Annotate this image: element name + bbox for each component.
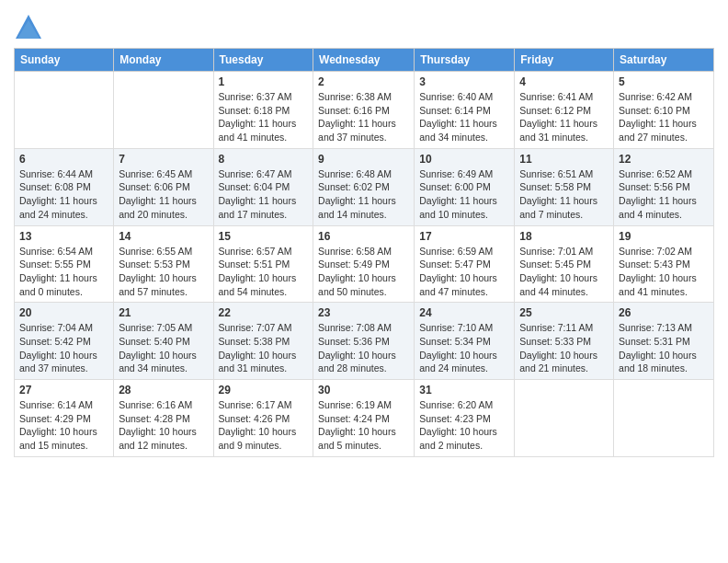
calendar-cell: 21Sunrise: 7:05 AM Sunset: 5:40 PM Dayli… [114, 303, 213, 380]
calendar-cell: 9Sunrise: 6:48 AM Sunset: 6:02 PM Daylig… [313, 148, 415, 225]
calendar-cell: 19Sunrise: 7:02 AM Sunset: 5:43 PM Dayli… [614, 225, 714, 303]
weekday-header-thursday: Thursday [415, 49, 515, 72]
day-number: 9 [318, 153, 409, 166]
calendar-week-row: 6Sunrise: 6:44 AM Sunset: 6:08 PM Daylig… [15, 148, 714, 225]
day-info: Sunrise: 6:55 AM Sunset: 5:53 PM Dayligh… [119, 245, 208, 299]
day-info: Sunrise: 7:01 AM Sunset: 5:45 PM Dayligh… [519, 245, 609, 299]
calendar-cell: 27Sunrise: 6:14 AM Sunset: 4:29 PM Dayli… [15, 380, 114, 457]
calendar-week-row: 13Sunrise: 6:54 AM Sunset: 5:55 PM Dayli… [15, 225, 714, 303]
day-info: Sunrise: 6:38 AM Sunset: 6:16 PM Dayligh… [318, 90, 409, 144]
day-info: Sunrise: 6:42 AM Sunset: 6:10 PM Dayligh… [619, 90, 709, 144]
day-number: 18 [519, 230, 609, 243]
day-info: Sunrise: 7:05 AM Sunset: 5:40 PM Dayligh… [119, 321, 208, 375]
day-info: Sunrise: 7:07 AM Sunset: 5:38 PM Dayligh… [219, 321, 309, 375]
calendar-cell: 24Sunrise: 7:10 AM Sunset: 5:34 PM Dayli… [415, 303, 515, 380]
day-number: 28 [119, 384, 208, 396]
day-number: 31 [419, 384, 509, 396]
day-number: 15 [219, 230, 309, 243]
day-info: Sunrise: 6:19 AM Sunset: 4:24 PM Dayligh… [318, 398, 409, 453]
day-info: Sunrise: 6:16 AM Sunset: 4:28 PM Dayligh… [119, 398, 208, 453]
calendar-week-row: 27Sunrise: 6:14 AM Sunset: 4:29 PM Dayli… [15, 380, 714, 457]
day-info: Sunrise: 6:37 AM Sunset: 6:18 PM Dayligh… [219, 90, 309, 144]
calendar-cell: 16Sunrise: 6:58 AM Sunset: 5:49 PM Dayli… [313, 225, 415, 303]
day-info: Sunrise: 7:08 AM Sunset: 5:36 PM Dayligh… [318, 321, 409, 375]
day-number: 25 [519, 306, 609, 319]
day-number: 21 [119, 306, 208, 319]
weekday-header-saturday: Saturday [614, 49, 714, 72]
calendar-cell: 2Sunrise: 6:38 AM Sunset: 6:16 PM Daylig… [313, 72, 415, 149]
day-info: Sunrise: 7:02 AM Sunset: 5:43 PM Dayligh… [619, 245, 709, 299]
day-number: 22 [219, 306, 309, 319]
day-info: Sunrise: 6:17 AM Sunset: 4:26 PM Dayligh… [219, 398, 309, 453]
day-info: Sunrise: 7:04 AM Sunset: 5:42 PM Dayligh… [19, 321, 108, 375]
day-number: 8 [219, 153, 309, 166]
day-number: 6 [19, 153, 108, 166]
calendar-cell [515, 380, 614, 457]
day-info: Sunrise: 6:58 AM Sunset: 5:49 PM Dayligh… [318, 245, 409, 299]
day-number: 11 [519, 153, 609, 166]
day-info: Sunrise: 6:14 AM Sunset: 4:29 PM Dayligh… [19, 398, 108, 453]
day-info: Sunrise: 6:41 AM Sunset: 6:12 PM Dayligh… [519, 90, 609, 144]
day-number: 5 [619, 75, 709, 88]
day-info: Sunrise: 6:57 AM Sunset: 5:51 PM Dayligh… [219, 245, 309, 299]
calendar-cell: 7Sunrise: 6:45 AM Sunset: 6:06 PM Daylig… [114, 148, 213, 225]
calendar-table: SundayMondayTuesdayWednesdayThursdayFrid… [14, 48, 714, 457]
day-number: 4 [519, 75, 609, 88]
calendar-cell: 31Sunrise: 6:20 AM Sunset: 4:23 PM Dayli… [415, 380, 515, 457]
calendar-cell: 8Sunrise: 6:47 AM Sunset: 6:04 PM Daylig… [213, 148, 313, 225]
calendar-cell: 30Sunrise: 6:19 AM Sunset: 4:24 PM Dayli… [313, 380, 415, 457]
calendar-cell: 20Sunrise: 7:04 AM Sunset: 5:42 PM Dayli… [15, 303, 114, 380]
calendar-cell: 10Sunrise: 6:49 AM Sunset: 6:00 PM Dayli… [415, 148, 515, 225]
calendar-cell: 25Sunrise: 7:11 AM Sunset: 5:33 PM Dayli… [515, 303, 614, 380]
day-info: Sunrise: 6:52 AM Sunset: 5:56 PM Dayligh… [619, 167, 709, 222]
day-number: 24 [419, 306, 509, 319]
calendar-cell: 22Sunrise: 7:07 AM Sunset: 5:38 PM Dayli… [213, 303, 313, 380]
weekday-header-sunday: Sunday [15, 49, 114, 72]
calendar-week-row: 20Sunrise: 7:04 AM Sunset: 5:42 PM Dayli… [15, 303, 714, 380]
page-header [14, 9, 714, 42]
day-number: 7 [119, 153, 208, 166]
day-number: 16 [318, 230, 409, 243]
day-number: 12 [619, 153, 709, 166]
calendar-cell [614, 380, 714, 457]
calendar-cell: 29Sunrise: 6:17 AM Sunset: 4:26 PM Dayli… [213, 380, 313, 457]
day-info: Sunrise: 6:45 AM Sunset: 6:06 PM Dayligh… [119, 167, 208, 222]
weekday-header-wednesday: Wednesday [313, 49, 415, 72]
calendar-cell: 6Sunrise: 6:44 AM Sunset: 6:08 PM Daylig… [15, 148, 114, 225]
day-number: 14 [119, 230, 208, 243]
day-info: Sunrise: 6:40 AM Sunset: 6:14 PM Dayligh… [419, 90, 509, 144]
calendar-cell: 4Sunrise: 6:41 AM Sunset: 6:12 PM Daylig… [515, 72, 614, 149]
day-number: 27 [19, 384, 108, 396]
day-number: 29 [219, 384, 309, 396]
day-info: Sunrise: 7:11 AM Sunset: 5:33 PM Dayligh… [519, 321, 609, 375]
day-info: Sunrise: 6:20 AM Sunset: 4:23 PM Dayligh… [419, 398, 509, 453]
calendar-cell: 14Sunrise: 6:55 AM Sunset: 5:53 PM Dayli… [114, 225, 213, 303]
calendar-week-row: 1Sunrise: 6:37 AM Sunset: 6:18 PM Daylig… [15, 72, 714, 149]
day-number: 13 [19, 230, 108, 243]
calendar-cell: 5Sunrise: 6:42 AM Sunset: 6:10 PM Daylig… [614, 72, 714, 149]
calendar-cell [114, 72, 213, 149]
day-number: 2 [318, 75, 409, 88]
logo [14, 13, 47, 42]
calendar-cell: 12Sunrise: 6:52 AM Sunset: 5:56 PM Dayli… [614, 148, 714, 225]
weekday-header-monday: Monday [114, 49, 213, 72]
day-info: Sunrise: 6:51 AM Sunset: 5:58 PM Dayligh… [519, 167, 609, 222]
day-number: 17 [419, 230, 509, 243]
day-number: 10 [419, 153, 509, 166]
day-info: Sunrise: 6:47 AM Sunset: 6:04 PM Dayligh… [219, 167, 309, 222]
day-info: Sunrise: 6:54 AM Sunset: 5:55 PM Dayligh… [19, 245, 108, 299]
calendar-cell: 13Sunrise: 6:54 AM Sunset: 5:55 PM Dayli… [15, 225, 114, 303]
day-number: 19 [619, 230, 709, 243]
day-info: Sunrise: 6:49 AM Sunset: 6:00 PM Dayligh… [419, 167, 509, 222]
day-info: Sunrise: 7:13 AM Sunset: 5:31 PM Dayligh… [619, 321, 709, 375]
weekday-header-tuesday: Tuesday [213, 49, 313, 72]
logo-icon [14, 13, 43, 42]
calendar-cell: 28Sunrise: 6:16 AM Sunset: 4:28 PM Dayli… [114, 380, 213, 457]
day-number: 20 [19, 306, 108, 319]
weekday-header-row: SundayMondayTuesdayWednesdayThursdayFrid… [15, 49, 714, 72]
day-number: 26 [619, 306, 709, 319]
day-number: 30 [318, 384, 409, 396]
calendar-cell: 26Sunrise: 7:13 AM Sunset: 5:31 PM Dayli… [614, 303, 714, 380]
day-info: Sunrise: 6:48 AM Sunset: 6:02 PM Dayligh… [318, 167, 409, 222]
calendar-cell: 3Sunrise: 6:40 AM Sunset: 6:14 PM Daylig… [415, 72, 515, 149]
